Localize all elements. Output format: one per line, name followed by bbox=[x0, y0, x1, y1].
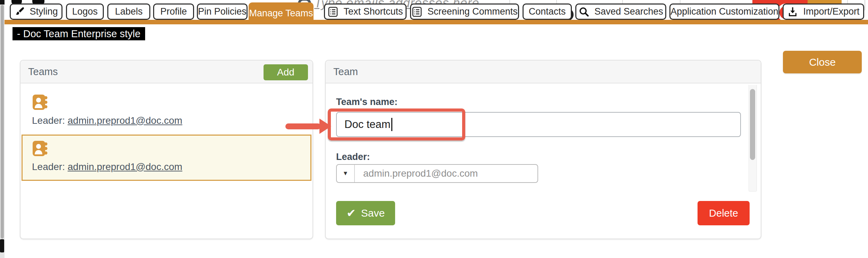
leader-email-link[interactable]: admin.preprod1@doc.com bbox=[68, 161, 182, 172]
tab-text-shortcuts[interactable]: Text Shortcuts bbox=[324, 3, 407, 20]
tab-saved-searches[interactable]: Saved Searches bbox=[575, 3, 666, 20]
brush-icon bbox=[14, 7, 25, 17]
annotation-arrow bbox=[285, 123, 321, 129]
check-icon: ✔ bbox=[347, 207, 356, 220]
teams-list: Leader: admin.preprod1@doc.com Leader: a… bbox=[20, 88, 312, 243]
search-icon bbox=[578, 6, 590, 17]
tab-logos[interactable]: Logos bbox=[66, 3, 104, 20]
delete-button[interactable]: Delete bbox=[698, 201, 750, 225]
left-edge-fragment bbox=[0, 239, 4, 252]
tab-label: Saved Searches bbox=[594, 6, 663, 17]
tab-screening-comments[interactable]: Screening Comments bbox=[410, 3, 519, 20]
team-list-item-selected[interactable]: Leader: admin.preprod1@doc.com bbox=[22, 135, 311, 181]
tab-application-customization[interactable]: Application Customization bbox=[669, 3, 779, 20]
team-panel-header: Team bbox=[326, 61, 761, 83]
close-button[interactable]: Close bbox=[783, 51, 862, 73]
save-button[interactable]: ✔ Save bbox=[336, 201, 395, 225]
tab-label: Styling bbox=[30, 6, 58, 17]
leader-label: Leader: bbox=[32, 115, 65, 126]
tab-pin-policies[interactable]: Pin Policies bbox=[197, 3, 248, 20]
team-leader-line: Leader: admin.preprod1@doc.com bbox=[32, 161, 310, 172]
panel-scrollbar-track[interactable] bbox=[749, 85, 757, 192]
tab-label: Manage Teams bbox=[249, 8, 313, 19]
tab-profile[interactable]: Profile bbox=[153, 3, 194, 20]
chevron-down-icon[interactable]: ▼ bbox=[337, 165, 355, 182]
tab-label: Screening Comments bbox=[427, 6, 518, 17]
add-team-button[interactable]: Add bbox=[264, 64, 308, 80]
tab-label: Contacts bbox=[529, 6, 566, 17]
left-edge-fragment bbox=[0, 0, 5, 5]
tab-label: Pin Policies bbox=[198, 6, 247, 17]
leader-select[interactable]: ▼ admin.preprod1@doc.com bbox=[336, 164, 538, 183]
teams-panel-title: Teams bbox=[28, 66, 58, 78]
leader-label: Leader: bbox=[32, 161, 65, 172]
leader-email-link[interactable]: admin.preprod1@doc.com bbox=[68, 115, 182, 126]
tab-label: Profile bbox=[160, 6, 187, 17]
left-scrollbar-thumb[interactable] bbox=[1, 5, 4, 239]
tab-label: Import/Export bbox=[803, 6, 859, 17]
tab-contacts[interactable]: Contacts bbox=[523, 3, 572, 20]
tab-label: Application Customization bbox=[670, 6, 778, 17]
team-panel-title: Team bbox=[333, 66, 358, 78]
tab-label: Labels bbox=[115, 6, 143, 17]
leader-select-value: admin.preprod1@doc.com bbox=[355, 165, 537, 182]
team-list-item[interactable]: Leader: admin.preprod1@doc.com bbox=[22, 88, 311, 135]
save-button-label: Save bbox=[361, 207, 385, 219]
tab-styling[interactable]: Styling bbox=[10, 3, 62, 20]
teams-panel-header: Teams Add bbox=[20, 61, 312, 83]
left-scrollbar-track[interactable] bbox=[0, 0, 5, 258]
tab-import-export[interactable]: Import/Export bbox=[783, 3, 864, 20]
team-detail-body: Team's name: Doc team Leader: ▼ admin.pr… bbox=[326, 83, 761, 239]
team-detail-panel: Team Team's name: Doc team Leader: ▼ adm… bbox=[325, 60, 761, 239]
contact-card-icon bbox=[32, 152, 48, 158]
download-icon bbox=[787, 6, 798, 17]
annotation-arrow-head bbox=[319, 119, 331, 134]
teams-panel: Teams Add Leader: admin.preprod1@doc.com… bbox=[20, 60, 313, 239]
style-banner: - Doc Team Enterprise style bbox=[12, 27, 145, 40]
panel-scrollbar-thumb[interactable] bbox=[750, 89, 755, 160]
leader-field-label: Leader: bbox=[336, 152, 370, 162]
tab-label: Text Shortcuts bbox=[343, 6, 403, 17]
annotation-highlight-box bbox=[328, 108, 465, 140]
journal-icon bbox=[411, 6, 423, 17]
tab-labels[interactable]: Labels bbox=[107, 3, 150, 20]
screen: Type emails addresses here Styling Logos… bbox=[0, 0, 868, 258]
tabbar-accent-bar bbox=[5, 20, 868, 24]
team-name-label: Team's name: bbox=[336, 97, 398, 107]
journal-icon bbox=[327, 6, 339, 17]
tab-label: Logos bbox=[72, 6, 98, 17]
contact-card-icon bbox=[32, 105, 48, 111]
team-leader-line: Leader: admin.preprod1@doc.com bbox=[32, 115, 310, 126]
bg-column-divider bbox=[865, 0, 865, 10]
